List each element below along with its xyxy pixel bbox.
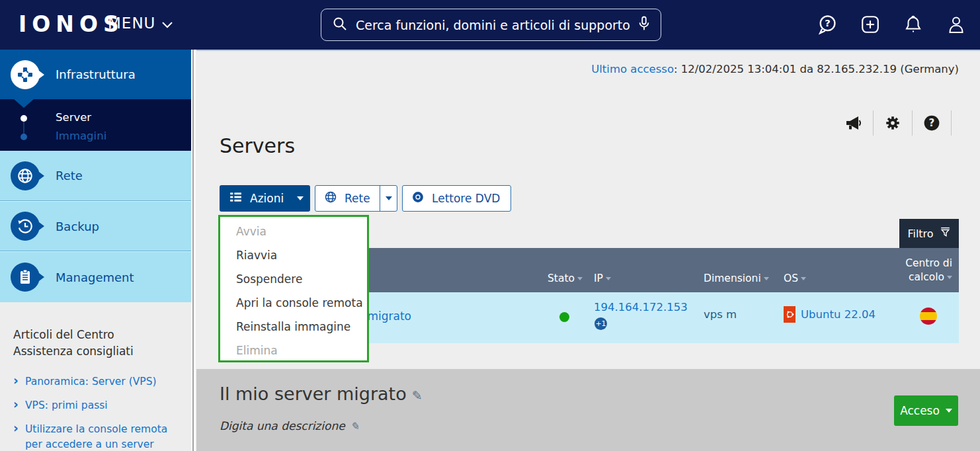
column-header-dimensioni[interactable]: Dimensioni [704,272,769,284]
acceso-label: Acceso [900,404,940,417]
help-link-panoramica[interactable]: Panoramica: Server (VPS) [13,374,177,390]
column-header-ip[interactable]: IP [594,272,611,284]
network-globe-icon [11,161,40,190]
rete-dropdown-toggle[interactable] [380,186,397,211]
sort-caret-icon [801,277,806,280]
divider [912,110,913,136]
svg-text:?: ? [929,117,935,129]
management-clipboard-icon [11,263,40,292]
rete-label: Rete [345,192,370,205]
submenu-notch [14,99,34,108]
utility-icons-row: ? [844,110,961,136]
server-bullet [20,115,27,122]
announcements-megaphone-icon[interactable] [844,113,863,133]
notifications-bell-icon[interactable] [903,13,924,36]
menu-item-elimina: Elimina [220,339,367,362]
help-links-list: Panoramica: Server (VPS) VPS: primi pass… [13,374,177,451]
azioni-label: Azioni [250,192,284,205]
sort-caret-icon [947,276,952,279]
backup-clock-icon [11,212,40,241]
sidebar-scrollbar[interactable] [191,50,196,451]
server-actions-toolbar: Azioni Rete Lettore DVD [220,185,511,212]
main-content: Ultimo accesso: 12/02/2025 13:04:01 da 8… [196,50,980,451]
sidebar-item-label: Management [56,270,134,284]
menu-label: MENU [108,15,155,32]
server-os-link[interactable]: Ubuntu 22.04 [801,308,876,321]
column-header-centro-di-calcolo[interactable]: Centro di calcolo [894,257,952,284]
sort-caret-icon [577,277,583,280]
server-detail-panel: Il mio server migrato✎ Digita una descri… [196,369,980,451]
help-link-console-remota[interactable]: Utilizzare la console remota per acceder… [13,422,177,451]
settings-gear-icon[interactable] [883,113,902,133]
column-header-os[interactable]: OS [784,272,806,284]
sidebar-subitem-immagini[interactable]: Immagini [56,130,106,142]
top-bar-icons: ? [817,13,967,36]
sidebar-item-rete[interactable]: Rete [0,151,191,201]
sidebar-item-label: Backup [56,220,99,233]
sidebar-item-backup[interactable]: Backup [0,202,191,251]
scrollbar-thumb[interactable] [192,50,194,451]
top-bar: IONOS MENU ? [0,0,980,50]
sort-caret-icon [606,277,611,280]
globe-icon [324,190,337,206]
ubuntu-logo-icon [784,306,796,323]
ionos-control-panel: IONOS MENU ? [0,0,980,451]
chevron-down-icon [162,15,173,32]
edit-pencil-icon[interactable]: ✎ [350,420,359,432]
sidebar-item-label: Rete [56,169,83,183]
sidebar: Infrastruttura Server Immagini Rete Back… [0,50,196,451]
infrastructure-submenu: Server Immagini [0,99,191,151]
search-input[interactable] [356,18,637,32]
chevron-down-icon [946,409,952,413]
menu-item-riavvia[interactable]: Riavvia [220,243,367,267]
edit-pencil-icon[interactable]: ✎ [412,388,423,403]
filtro-button[interactable]: Filtro [899,219,959,248]
server-ip-link[interactable]: 194.164.172.153 [594,301,688,313]
divider [951,110,952,136]
search-bar[interactable] [321,9,661,41]
spain-flag-icon [920,308,937,325]
page-title: Servers [220,134,295,157]
server-size: vps m [704,308,737,321]
rete-button[interactable]: Rete [315,186,380,211]
server-detail-title: Il mio server migrato✎ [220,384,423,404]
filtro-label: Filtro [907,227,933,240]
last-access-value: : 12/02/2025 13:04:01 da 82.165.232.19 (… [674,63,959,75]
sidebar-subitem-server[interactable]: Server [56,111,91,124]
additional-ip-badge[interactable]: +1 [594,317,607,330]
azioni-button[interactable]: Azioni [220,185,310,212]
help-circle-icon[interactable]: ? [922,113,941,133]
help-articles-heading: Articoli del Centro Assistenza consiglia… [13,327,177,360]
azioni-dropdown-menu: Avvia Riavvia Sospendere Apri la console… [218,215,369,362]
create-new-icon[interactable] [860,13,881,36]
user-account-icon[interactable] [946,13,967,36]
lettore-dvd-button[interactable]: Lettore DVD [402,185,511,212]
help-chat-icon[interactable]: ? [817,13,838,36]
last-access-info: Ultimo accesso: 12/02/2025 13:04:01 da 8… [591,63,959,75]
chevron-down-icon [386,196,392,200]
infrastructure-icon [11,60,40,89]
svg-text:?: ? [825,17,831,29]
menu-item-apri-console-remota[interactable]: Apri la console remota [220,291,367,315]
rete-split-button: Rete [315,185,397,212]
lettore-dvd-label: Lettore DVD [432,192,500,205]
chevron-down-icon [297,196,304,200]
menu-item-avvia: Avvia [220,220,367,243]
sidebar-item-label: Infrastruttura [56,67,136,81]
filter-funnel-icon [940,226,951,241]
sidebar-item-infrastruttura[interactable]: Infrastruttura [0,50,191,99]
menu-item-sospendere[interactable]: Sospendere [220,267,367,291]
status-running-dot [559,312,569,322]
menu-button[interactable]: MENU [108,15,173,32]
help-link-primi-passi[interactable]: VPS: primi passi [13,398,177,413]
microphone-icon[interactable] [637,15,651,35]
last-access-link[interactable]: Ultimo accesso [591,63,674,75]
acceso-power-button[interactable]: Acceso [894,395,958,426]
divider [873,110,874,136]
menu-item-reinstalla-immagine[interactable]: Reinstalla immagine [220,315,367,339]
server-description-placeholder: Digita una descrizione✎ [220,419,359,432]
sidebar-item-management[interactable]: Management [0,252,191,302]
list-icon [229,190,243,206]
search-icon [332,16,348,34]
column-header-stato[interactable]: Stato [548,272,583,284]
